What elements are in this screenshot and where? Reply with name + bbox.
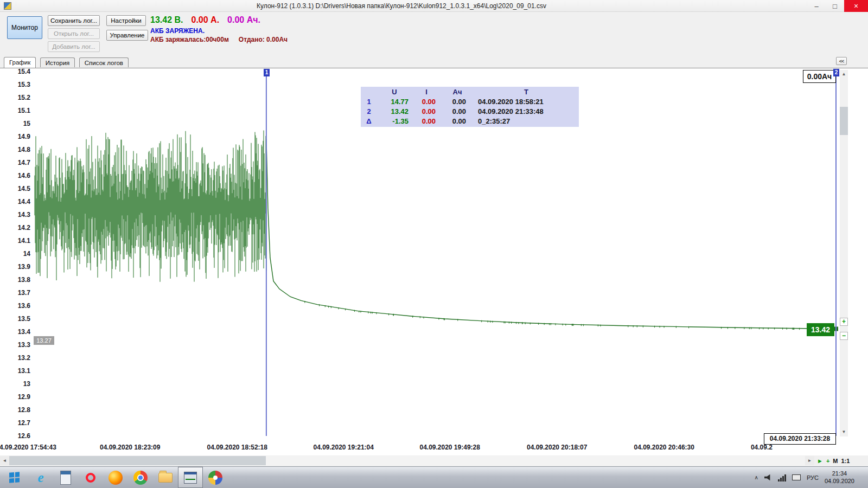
info-t-value: 0_2:35:27 bbox=[474, 117, 579, 125]
info-ah-value: 0.00 bbox=[441, 117, 474, 125]
svg-text:13.3: 13.3 bbox=[18, 341, 31, 349]
info-ah-value: 0.00 bbox=[441, 107, 474, 115]
info-ah-value: 0.00 bbox=[441, 98, 474, 106]
language-indicator[interactable]: РУС bbox=[807, 474, 819, 481]
explorer-taskbar-button[interactable] bbox=[153, 467, 178, 488]
zoom-plus-icon[interactable]: + bbox=[826, 458, 829, 464]
chart-scroll-row: ◄ ► ► + М 1:1 bbox=[0, 455, 868, 466]
info-u-value: -1.35 bbox=[377, 117, 412, 125]
ie-taskbar-button[interactable]: e bbox=[28, 467, 53, 488]
system-tray: ∧ РУС 21:34 04.09.2020 bbox=[755, 467, 868, 488]
zoom-out-button[interactable]: − bbox=[840, 332, 848, 340]
chrome-taskbar-button[interactable] bbox=[128, 467, 153, 488]
scroll-left-icon[interactable]: ◄ bbox=[0, 456, 9, 465]
svg-text:04.09.2020 19:21:04: 04.09.2020 19:21:04 bbox=[313, 444, 374, 451]
kulon-taskbar-button[interactable] bbox=[178, 467, 203, 488]
svg-text:14.5: 14.5 bbox=[18, 185, 31, 192]
measurement-readout: 13.42 В.0.00 А.0.00 Ач. bbox=[150, 15, 269, 25]
window-title: Кулон-912 (1.0.3.1) D:\Drivers\Новая пап… bbox=[0, 0, 803, 12]
svg-text:04.09.2020 17:54:43: 04.09.2020 17:54:43 bbox=[0, 444, 56, 451]
tabbar: График История Список логов << bbox=[0, 55, 868, 68]
collapse-panel-button[interactable]: << bbox=[836, 57, 847, 65]
svg-text:14.2: 14.2 bbox=[18, 224, 31, 232]
cursor-2-flag[interactable]: 2 bbox=[833, 69, 839, 76]
charged-time-text: АКБ заряжалась:00ч00м bbox=[150, 36, 229, 43]
scale-mode-label[interactable]: М bbox=[833, 458, 838, 464]
network-icon[interactable] bbox=[778, 474, 786, 481]
zoom-in-button[interactable]: + bbox=[840, 318, 848, 326]
svg-text:04.09.2020 18:52:18: 04.09.2020 18:52:18 bbox=[207, 444, 267, 451]
save-log-button[interactable]: Сохранить лог... bbox=[48, 15, 100, 26]
clock-date: 04.09.2020 bbox=[825, 478, 854, 485]
tray-chevron-icon[interactable]: ∧ bbox=[755, 474, 758, 480]
keyboard-icon[interactable] bbox=[792, 474, 801, 480]
svg-text:13.9: 13.9 bbox=[18, 263, 31, 271]
folder-icon bbox=[158, 473, 173, 483]
info-t-value: 04.09.2020 18:58:21 bbox=[474, 98, 579, 106]
opera-taskbar-button[interactable] bbox=[78, 467, 103, 488]
pan-arrow-icon[interactable]: ► bbox=[817, 458, 823, 464]
info-header-t: T bbox=[474, 88, 579, 96]
current-readout: 0.00 А. bbox=[191, 15, 219, 24]
clock-time: 21:34 bbox=[825, 470, 854, 477]
svg-text:12.6: 12.6 bbox=[18, 432, 31, 440]
svg-text:14.1: 14.1 bbox=[18, 237, 31, 245]
svg-text:12.7: 12.7 bbox=[18, 419, 31, 427]
tab-spisok-logov[interactable]: Список логов bbox=[79, 57, 129, 67]
scale-ratio-label[interactable]: 1:1 bbox=[841, 458, 850, 464]
windows-logo-icon bbox=[9, 472, 20, 483]
svg-text:13.4: 13.4 bbox=[18, 328, 31, 336]
svg-text:15.2: 15.2 bbox=[18, 94, 31, 101]
minimize-button[interactable]: – bbox=[807, 0, 826, 12]
calculator-icon bbox=[60, 471, 71, 485]
cursor-1-flag[interactable]: 1 bbox=[264, 69, 270, 76]
control-button[interactable]: Управление bbox=[106, 30, 148, 41]
svg-text:13: 13 bbox=[23, 380, 31, 388]
close-button[interactable]: × bbox=[844, 0, 868, 12]
svg-text:14.3: 14.3 bbox=[18, 211, 31, 219]
svg-text:13.5: 13.5 bbox=[18, 315, 31, 323]
vertical-scroll-thumb[interactable] bbox=[840, 107, 848, 135]
paint-taskbar-button[interactable] bbox=[203, 467, 228, 488]
tab-istoriya[interactable]: История bbox=[40, 57, 75, 67]
clock[interactable]: 21:34 04.09.2020 bbox=[825, 470, 854, 484]
info-i-value: 0.00 bbox=[412, 98, 441, 106]
svg-text:13.7: 13.7 bbox=[18, 289, 31, 297]
svg-text:13.6: 13.6 bbox=[18, 302, 31, 310]
firefox-icon bbox=[108, 471, 123, 485]
scroll-right-icon[interactable]: ► bbox=[805, 456, 814, 465]
start-button[interactable] bbox=[0, 467, 28, 488]
capacity-readout: 0.00 Ач. bbox=[227, 15, 260, 24]
svg-text:15: 15 bbox=[23, 120, 31, 127]
svg-text:12.9: 12.9 bbox=[18, 393, 31, 401]
horizontal-scroll-thumb[interactable] bbox=[9, 456, 266, 465]
toolbar: Монитор Сохранить лог... Открыть лог... … bbox=[0, 12, 868, 55]
current-voltage-annotation: 13.42 bbox=[807, 323, 834, 336]
svg-text:04.09.2020 19:49:28: 04.09.2020 19:49:28 bbox=[419, 444, 480, 451]
svg-text:04.09.2020 20:18:07: 04.09.2020 20:18:07 bbox=[527, 444, 588, 451]
info-header-u: U bbox=[377, 88, 412, 96]
scroll-up-icon[interactable]: ▲ bbox=[840, 70, 848, 79]
horizontal-scrollbar[interactable]: ◄ ► bbox=[0, 456, 814, 465]
monitor-button[interactable]: Монитор bbox=[7, 16, 42, 39]
capacity-annotation: 0.00Ач bbox=[803, 70, 836, 83]
firefox-taskbar-button[interactable] bbox=[103, 467, 128, 488]
settings-button[interactable]: Настройки bbox=[106, 15, 146, 26]
tab-grafik[interactable]: График bbox=[4, 57, 36, 68]
svg-text:14: 14 bbox=[23, 250, 31, 258]
calculator-taskbar-button[interactable] bbox=[53, 467, 78, 488]
svg-text:15.3: 15.3 bbox=[18, 81, 31, 88]
scroll-down-icon[interactable]: ▼ bbox=[840, 428, 848, 436]
open-log-button: Открыть лог... bbox=[48, 28, 100, 39]
svg-text:14.9: 14.9 bbox=[18, 133, 31, 140]
svg-text:13.2: 13.2 bbox=[18, 354, 31, 362]
svg-text:13.8: 13.8 bbox=[18, 276, 31, 284]
maximize-button[interactable]: □ bbox=[826, 0, 844, 12]
vertical-scrollbar[interactable]: ▲ ▼ bbox=[840, 70, 848, 436]
info-u-value: 14.77 bbox=[377, 98, 412, 106]
app-window: Кулон-912 (1.0.3.1) D:\Drivers\Новая пап… bbox=[0, 0, 868, 488]
marker-info-panel: U I Ач T 1 14.77 0.00 0.00 04.09.2020 18… bbox=[361, 87, 579, 127]
chrome-icon bbox=[133, 471, 148, 485]
info-i-value: 0.00 bbox=[412, 107, 441, 115]
volume-icon[interactable] bbox=[764, 474, 772, 481]
